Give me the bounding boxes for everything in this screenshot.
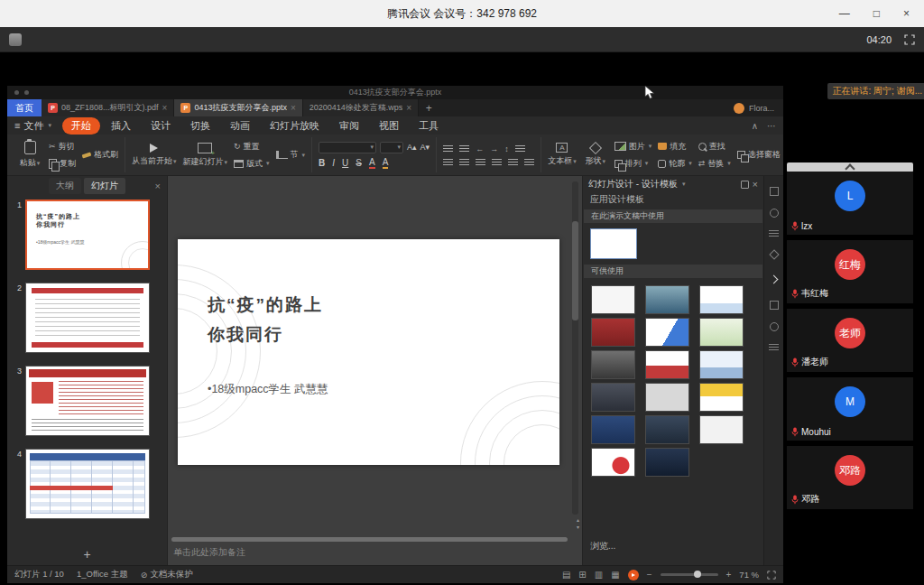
arrange-button[interactable]: 排列▾ bbox=[614, 158, 652, 170]
video-tile[interactable]: 红梅 韦红梅 bbox=[787, 240, 913, 303]
numbering-icon[interactable] bbox=[459, 145, 469, 153]
textbox-button[interactable]: 文本框▾ bbox=[548, 143, 577, 167]
notes-placeholder[interactable]: 单击此处添加备注 bbox=[173, 546, 245, 559]
design-template-thumb[interactable] bbox=[699, 415, 744, 444]
design-template-thumb[interactable] bbox=[645, 448, 689, 477]
design-template-thumb[interactable] bbox=[591, 448, 635, 477]
doc-tab-pptx-active[interactable]: P 0413抗疫支部分享会.pptx × bbox=[174, 99, 302, 116]
maximize-button[interactable]: □ bbox=[873, 7, 880, 20]
video-tile[interactable]: 老师 潘老师 bbox=[787, 309, 913, 372]
design-template-thumb[interactable] bbox=[699, 318, 744, 347]
vertical-scrollbar-thumb[interactable] bbox=[572, 221, 578, 320]
highlight-color-button[interactable]: A bbox=[383, 158, 389, 169]
tab-close-icon[interactable]: × bbox=[291, 103, 296, 113]
current-slide[interactable]: 抗“疫”的路上你我同行 •18级mpacc学生 武慧慧 bbox=[178, 239, 559, 465]
tab-close-icon[interactable]: × bbox=[162, 103, 168, 113]
horizontal-scrollbar[interactable] bbox=[171, 537, 568, 542]
play-from-current-button[interactable]: 从当前开始▾ bbox=[132, 144, 177, 167]
zoom-in-button[interactable]: + bbox=[726, 570, 732, 580]
notes-view-icon[interactable]: ▥ bbox=[595, 570, 603, 580]
minimize-button[interactable]: — bbox=[839, 7, 850, 20]
close-button[interactable]: × bbox=[903, 7, 910, 20]
panel-pin-icon[interactable] bbox=[741, 181, 749, 189]
video-tile[interactable]: 邓路 邓路 bbox=[787, 446, 913, 509]
paste-button[interactable]: 粘贴▾ bbox=[17, 141, 42, 169]
file-menu[interactable]: ≡ 文件 ▾ bbox=[14, 119, 51, 133]
menu-item-2[interactable]: 设计 bbox=[142, 117, 180, 135]
columns-icon[interactable] bbox=[508, 159, 518, 166]
chart-panel-icon[interactable] bbox=[770, 301, 779, 310]
account-name[interactable]: Flora... bbox=[749, 104, 774, 113]
panel-close-icon[interactable]: × bbox=[155, 181, 161, 191]
font-size-select[interactable]: ▾ bbox=[380, 142, 403, 153]
chevron-down-icon[interactable]: ▾ bbox=[682, 181, 686, 188]
strikethrough-button[interactable]: S bbox=[356, 158, 362, 168]
video-tile[interactable]: L lzx bbox=[787, 172, 913, 235]
wps-home-tab[interactable]: 首页 bbox=[7, 99, 42, 116]
menu-item-5[interactable]: 幻灯片放映 bbox=[261, 117, 328, 135]
design-panel-close-icon[interactable]: × bbox=[753, 179, 758, 190]
tab-outline[interactable]: 大纲 bbox=[49, 178, 81, 194]
align-center-icon[interactable] bbox=[459, 159, 469, 166]
find-button[interactable]: 查找 bbox=[698, 141, 731, 153]
zoom-out-button[interactable]: − bbox=[647, 570, 652, 580]
format-painter-button[interactable]: 格式刷 bbox=[82, 149, 118, 161]
slide-sorter-view-icon[interactable]: ⊞ bbox=[578, 570, 586, 580]
design-template-thumb[interactable] bbox=[591, 415, 635, 444]
justify-icon[interactable] bbox=[492, 159, 502, 166]
design-template-thumb[interactable] bbox=[699, 285, 744, 314]
increase-indent-icon[interactable]: → bbox=[490, 144, 498, 153]
reset-button[interactable]: ↻重置 bbox=[234, 141, 270, 153]
align-left-icon[interactable] bbox=[443, 159, 453, 166]
design-template-thumb[interactable] bbox=[645, 415, 689, 444]
replace-button[interactable]: ⇄替换▾ bbox=[698, 158, 731, 170]
protection-status[interactable]: ⊘文档未保护 bbox=[141, 569, 193, 580]
cut-button[interactable]: ✂剪切 bbox=[49, 141, 76, 153]
prev-slide-button[interactable]: ▴ bbox=[577, 517, 579, 524]
menu-item-7[interactable]: 视图 bbox=[370, 117, 408, 135]
menu-item-3[interactable]: 切换 bbox=[181, 117, 219, 135]
distribute-icon[interactable] bbox=[524, 159, 534, 166]
slide-4-preview[interactable] bbox=[25, 449, 150, 519]
line-spacing-icon[interactable]: ↕ bbox=[504, 144, 509, 153]
copy-button[interactable]: 复制 bbox=[49, 158, 76, 170]
slide-3-preview[interactable] bbox=[25, 366, 150, 436]
slide-thumbnail-2[interactable]: 2 bbox=[13, 283, 167, 353]
zoom-slider-thumb[interactable] bbox=[694, 571, 701, 578]
help-panel-icon[interactable] bbox=[770, 322, 779, 331]
zoom-percent[interactable]: 71 % bbox=[739, 570, 759, 580]
bullets-icon[interactable] bbox=[443, 145, 453, 153]
shrink-font-button[interactable]: A▾ bbox=[420, 143, 430, 152]
design-template-thumb[interactable] bbox=[699, 383, 744, 412]
slide-title[interactable]: 抗“疫”的路上你我同行 bbox=[208, 290, 323, 349]
design-template-thumb[interactable] bbox=[591, 383, 635, 412]
template-in-use-thumb[interactable] bbox=[590, 228, 637, 259]
design-template-thumb[interactable] bbox=[645, 318, 689, 347]
design-template-thumb[interactable] bbox=[645, 383, 689, 412]
design-template-thumb[interactable] bbox=[591, 285, 635, 314]
design-template-thumb[interactable] bbox=[645, 285, 689, 314]
slide-1-preview[interactable]: 抗“疫”的路上你我同行 •18级mpacc学生 武慧慧 bbox=[25, 200, 150, 270]
collapse-panel-arrow-icon[interactable] bbox=[770, 275, 779, 284]
new-slide-button[interactable]: 新建幻灯片▾ bbox=[183, 143, 228, 168]
font-color-button[interactable]: A bbox=[369, 158, 375, 169]
account-avatar[interactable] bbox=[734, 103, 744, 114]
slideshow-play-button[interactable] bbox=[628, 570, 639, 580]
next-slide-button[interactable]: ▾ bbox=[577, 525, 579, 531]
italic-button[interactable]: I bbox=[332, 158, 335, 168]
slide-2-preview[interactable] bbox=[25, 283, 150, 353]
menu-item-0[interactable]: 开始 bbox=[62, 117, 100, 135]
picture-button[interactable]: 图片▾ bbox=[614, 141, 652, 153]
tab-slides[interactable]: 幻灯片 bbox=[84, 178, 125, 194]
slide-thumbnail-1[interactable]: 1 抗“疫”的路上你我同行 •18级mpacc学生 武慧慧 bbox=[13, 200, 167, 270]
design-template-thumb[interactable] bbox=[645, 350, 689, 379]
browse-templates-link[interactable]: 浏览... bbox=[590, 540, 615, 552]
text-direction-icon[interactable] bbox=[515, 145, 525, 153]
menu-item-1[interactable]: 插入 bbox=[102, 117, 140, 135]
shape-button[interactable]: 形状▾ bbox=[583, 144, 608, 167]
media-panel-icon[interactable] bbox=[769, 344, 779, 352]
collapse-ribbon-icon[interactable]: ∧ bbox=[752, 121, 758, 131]
grow-font-button[interactable]: A▴ bbox=[407, 143, 417, 152]
video-tile[interactable]: M Mouhui bbox=[787, 377, 913, 441]
design-template-thumb[interactable] bbox=[591, 350, 635, 379]
